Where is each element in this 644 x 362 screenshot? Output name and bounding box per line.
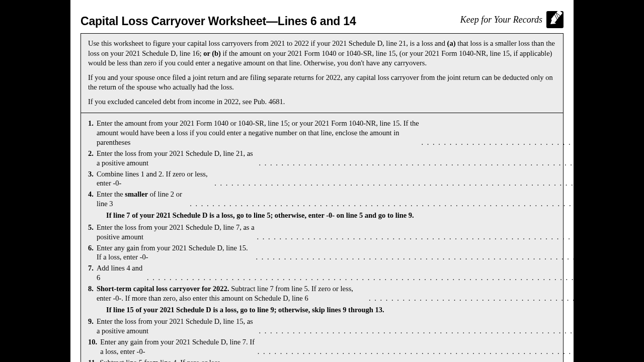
line-2: 2. Enter the loss from your 2021 Schedul… bbox=[88, 148, 556, 168]
intro-p1: Use this worksheet to figure your capita… bbox=[88, 39, 556, 68]
line-8: 8. Short-term capital loss carryover for… bbox=[88, 284, 556, 303]
line-4: 4. Enter the smaller of line 2 or line 3… bbox=[88, 189, 556, 209]
pencil-icon bbox=[546, 11, 564, 28]
intro-p2: If you and your spouse once filed a join… bbox=[88, 73, 556, 93]
intro-text: Use this worksheet to figure your capita… bbox=[81, 34, 563, 113]
header: Capital Loss Carryover Worksheet—Lines 6… bbox=[80, 11, 564, 28]
keep-for-records-text: Keep for Your Records bbox=[460, 15, 542, 25]
worksheet-box: Use this worksheet to figure your capita… bbox=[80, 33, 564, 362]
line-10: 10. Enter any gain from your 2021 Schedu… bbox=[88, 337, 556, 356]
line-3: 3. Combine lines 1 and 2. If zero or les… bbox=[88, 169, 556, 189]
line-9: 9. Enter the loss from your 2021 Schedul… bbox=[88, 316, 556, 336]
line-11: 11. Subtract line 5 from line 4. If zero… bbox=[88, 357, 556, 362]
worksheet-lines: 1. Enter the amount from your 2021 Form … bbox=[81, 113, 563, 362]
instruction-2: If line 15 of your 2021 Schedule D is a … bbox=[106, 305, 556, 315]
line-7: 7. Add lines 4 and 6 . . . . . . . . . .… bbox=[88, 263, 556, 283]
line-1: 1. Enter the amount from your 2021 Form … bbox=[88, 118, 556, 147]
line-6: 6. Enter any gain from your 2021 Schedul… bbox=[88, 243, 556, 262]
instruction-1: If line 7 of your 2021 Schedule D is a l… bbox=[106, 211, 556, 220]
line-5: 5. Enter the loss from your 2021 Schedul… bbox=[88, 222, 556, 242]
keep-for-records: Keep for Your Records bbox=[460, 11, 564, 28]
intro-p3: If you excluded canceled debt from incom… bbox=[88, 97, 556, 107]
page-title: Capital Loss Carryover Worksheet—Lines 6… bbox=[80, 15, 356, 28]
